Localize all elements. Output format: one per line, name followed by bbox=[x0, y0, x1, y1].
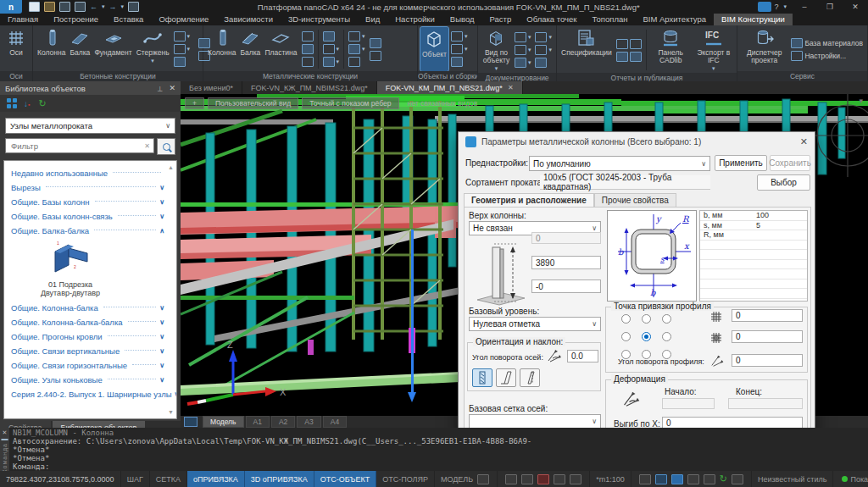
sheet-tool-icon[interactable] bbox=[535, 32, 547, 42]
expand-icon[interactable]: ∨ bbox=[159, 213, 164, 220]
update-views-icon[interactable] bbox=[515, 58, 526, 68]
clear-filter-icon[interactable]: ✕ bbox=[144, 142, 150, 150]
show-nodes-indicator[interactable]: Показ узлов bbox=[833, 471, 868, 487]
tab-nastroyki[interactable]: Настройки bbox=[387, 14, 442, 25]
steel-column-button[interactable]: Колонна bbox=[206, 27, 237, 71]
zoom-realtime-icon[interactable] bbox=[655, 474, 667, 484]
open-file-icon[interactable] bbox=[44, 2, 55, 12]
layout-tab-model[interactable]: Модель bbox=[203, 416, 244, 428]
joint-tool-icon[interactable] bbox=[323, 44, 335, 54]
steel-beam-button[interactable]: Балка bbox=[238, 27, 262, 71]
copy-mode-icon[interactable] bbox=[554, 474, 565, 484]
project-dispatcher-button[interactable]: Диспетчер проекта bbox=[740, 27, 788, 71]
bolt-tool-icon[interactable] bbox=[302, 57, 314, 67]
list-item-column-base-brace[interactable]: Общие. Базы колонн-связь∨ bbox=[11, 209, 164, 224]
tab-vid[interactable]: Вид bbox=[358, 14, 387, 25]
group-tool-icon[interactable] bbox=[451, 44, 463, 54]
filter-field[interactable]: ✕ bbox=[5, 138, 154, 153]
list-item-beam-beam[interactable]: Общие. Балка-балка∧ bbox=[11, 224, 164, 238]
specifications-button[interactable]: Спецификации bbox=[559, 27, 614, 73]
help-button[interactable]: ? bbox=[774, 3, 778, 11]
list-item-vertical-braces[interactable]: Общие. Связи вертикальные∨ bbox=[11, 344, 164, 358]
undo-icon[interactable]: ← bbox=[90, 3, 97, 11]
slab-tool-icon[interactable] bbox=[174, 57, 186, 67]
anchor-radio-tc[interactable] bbox=[642, 314, 651, 324]
print-icon[interactable] bbox=[128, 2, 139, 12]
object-button[interactable]: Объект bbox=[420, 27, 448, 71]
ortho-icon[interactable] bbox=[570, 474, 581, 484]
base-tool-icon[interactable] bbox=[323, 57, 335, 67]
tab-vstavka[interactable]: Вставка bbox=[106, 14, 151, 25]
tab-oblaka-tochek[interactable]: Облака точек bbox=[519, 14, 584, 25]
insert-object-icon[interactable]: ↓▪ bbox=[24, 99, 30, 108]
layout-tab-a2[interactable]: A2 bbox=[271, 416, 295, 428]
record-icon[interactable] bbox=[537, 474, 549, 484]
layout-list-icon[interactable] bbox=[184, 417, 198, 427]
splice-tool-icon[interactable] bbox=[348, 31, 360, 42]
toggle-otrack-polar[interactable]: ОТС-ПОЛЯР bbox=[376, 471, 435, 487]
doc-tab-km-active[interactable]: FOK-VN_КМ_ПМ_П_NBS21.dwg*✕ bbox=[377, 81, 523, 94]
anchor-offset-x-field[interactable]: 0 bbox=[732, 309, 803, 322]
command-prompt[interactable]: Команда: bbox=[13, 462, 865, 471]
expand-icon[interactable]: ∨ bbox=[159, 304, 164, 312]
zoom-window-icon[interactable] bbox=[671, 474, 683, 484]
layout-tab-a1[interactable]: A1 bbox=[246, 416, 270, 428]
list-item-column-beam-beam[interactable]: Общие. Колонна-балка-балка∨ bbox=[11, 315, 164, 329]
twin-profile-tool-icon[interactable] bbox=[370, 38, 381, 48]
mark-tool-icon[interactable] bbox=[535, 45, 547, 55]
restore-button[interactable]: ❐ bbox=[817, 0, 843, 14]
tab-bim-konstruktsii[interactable]: BIM Конструкции bbox=[714, 14, 793, 25]
scroll-up-icon[interactable]: ▲ bbox=[168, 164, 174, 170]
assortment-select-button[interactable]: Выбор bbox=[757, 174, 810, 191]
expand-icon[interactable]: ∨ bbox=[159, 184, 164, 191]
expand-icon[interactable]: ∨ bbox=[159, 318, 164, 326]
list-item-roof-purlins[interactable]: Общие. Прогоны кровли∨ bbox=[11, 329, 164, 344]
layout-tab-a3[interactable]: A3 bbox=[297, 416, 320, 428]
model-space-label[interactable]: МОДЕЛЬ bbox=[435, 471, 498, 487]
view-mode-icon[interactable] bbox=[7, 98, 17, 108]
tab-rastr[interactable]: Растр bbox=[482, 14, 520, 25]
orientation-vertical-button[interactable] bbox=[472, 368, 492, 387]
presets-dropdown[interactable]: По умолчанию∨ bbox=[529, 156, 710, 171]
tab-topoplan[interactable]: Топоплан bbox=[585, 14, 636, 25]
purlin-tool-icon[interactable] bbox=[348, 57, 360, 67]
anchor-radio-tr[interactable] bbox=[662, 314, 671, 324]
list-item-series-2440[interactable]: Серия 2.440-2. Выпуск 1. Шарнирные узлы∨ bbox=[11, 387, 164, 401]
zoom-extents-icon[interactable] bbox=[687, 474, 699, 484]
doc-tab-close-icon[interactable]: ✕ bbox=[508, 84, 514, 91]
monitor-icon[interactable] bbox=[732, 474, 743, 484]
doc-tab-unnamed[interactable]: Без имени0* bbox=[181, 81, 242, 94]
expand-icon[interactable]: ∨ bbox=[159, 376, 164, 384]
concrete-column-button[interactable]: Колонна bbox=[36, 27, 67, 71]
redo-icon[interactable]: → bbox=[109, 3, 117, 11]
annotation-scale[interactable]: *m1:100 bbox=[590, 471, 632, 487]
anchor-radio-ml[interactable] bbox=[621, 332, 631, 341]
viewport-menu-chevron-icon[interactable]: ▾ bbox=[859, 97, 863, 105]
arc-tool-icon[interactable] bbox=[174, 31, 186, 42]
section-view-icon[interactable] bbox=[515, 32, 526, 42]
layout-tab-a4[interactable]: A4 bbox=[323, 416, 347, 428]
tab-oformlenie[interactable]: Оформление bbox=[151, 14, 216, 25]
anchor-radio-mr[interactable] bbox=[662, 332, 671, 341]
insert-object-tool-icon[interactable] bbox=[451, 57, 463, 67]
tab-geometry[interactable]: Геометрия и расположение bbox=[464, 193, 594, 207]
roof-tool-icon[interactable] bbox=[302, 44, 314, 54]
tab-zavisimosti[interactable]: Зависимости bbox=[216, 14, 281, 25]
rod-dropdown-icon[interactable]: ▾ bbox=[151, 57, 154, 64]
visual-style-button[interactable]: Точный с показом рёбер bbox=[302, 97, 398, 109]
tab-vyvod[interactable]: Вывод bbox=[442, 14, 482, 25]
tab-postroenie[interactable]: Построение bbox=[46, 14, 106, 25]
expand-icon[interactable]: ∨ bbox=[159, 333, 164, 340]
close-button[interactable]: ✕ bbox=[843, 0, 868, 14]
axes-angle-field[interactable]: 0.0 bbox=[567, 350, 598, 362]
list-item-column-beam[interactable]: Общие. Колонна-балка∨ bbox=[11, 301, 164, 315]
command-line-area[interactable]: ✕ Команда NB1M_MCOLUMN - Колонна Автосох… bbox=[0, 428, 868, 471]
current-style-label[interactable]: Неизвестный стиль bbox=[752, 471, 834, 487]
library-thumbnail-item[interactable]: 12 01 Подрезка Двутавр-двутавр bbox=[11, 238, 121, 301]
paper-space-icon[interactable] bbox=[477, 474, 489, 484]
publish-report-icon[interactable] bbox=[630, 39, 642, 49]
library-close-icon[interactable]: ✕ bbox=[169, 84, 175, 92]
toggle-otrack-object[interactable]: ОТС-ОБЪЕКТ bbox=[314, 471, 376, 487]
orientation-inclined-button[interactable] bbox=[496, 368, 516, 387]
pan-hand-icon[interactable] bbox=[639, 474, 651, 484]
